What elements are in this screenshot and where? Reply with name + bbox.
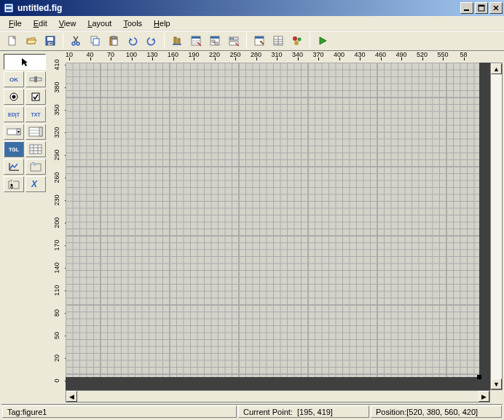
property-inspector-button[interactable]: [269, 32, 287, 49]
listbox-tool[interactable]: [25, 124, 46, 140]
ruler-tick: 460: [370, 51, 392, 58]
status-tag: Tag: figure1: [2, 405, 237, 418]
menu-edit[interactable]: Edit: [28, 17, 53, 29]
redo-button[interactable]: [143, 32, 160, 49]
svg-point-16: [76, 42, 79, 45]
canvas-area: 1040701001301601902202502803103403704004…: [48, 51, 503, 403]
svg-rect-1: [6, 5, 12, 7]
scroll-track[interactable]: [491, 74, 502, 379]
axes-tool[interactable]: [4, 159, 24, 175]
svg-rect-2: [6, 9, 12, 11]
ruler-tick: 160: [162, 51, 184, 58]
buttongroup-tool[interactable]: T: [4, 176, 24, 192]
scroll-left-button[interactable]: ◀: [66, 391, 77, 402]
ruler-tick: 380: [48, 84, 66, 91]
svg-point-45: [298, 38, 302, 41]
popupmenu-tool[interactable]: [4, 124, 24, 140]
run-button[interactable]: [314, 32, 331, 49]
close-button[interactable]: [489, 2, 503, 14]
toolbar: [0, 31, 504, 51]
svg-rect-58: [30, 145, 42, 154]
text-tool[interactable]: TXT: [25, 106, 46, 122]
ruler-tick: 250: [224, 51, 246, 58]
svg-rect-10: [47, 37, 53, 41]
activex-tool[interactable]: X: [25, 176, 46, 192]
select-tool[interactable]: [4, 54, 46, 70]
toolbar-separator: [164, 33, 165, 49]
ruler-tick: 190: [183, 51, 205, 58]
svg-rect-31: [212, 40, 215, 42]
toolbar-separator: [246, 33, 247, 49]
maximize-button[interactable]: [475, 2, 488, 14]
ruler-tick: 310: [266, 51, 288, 58]
design-canvas[interactable]: [66, 63, 490, 390]
svg-rect-0: [4, 4, 13, 12]
menu-tools[interactable]: Tools: [117, 17, 148, 29]
menu-file[interactable]: File: [3, 17, 28, 29]
scroll-up-button[interactable]: ▲: [491, 63, 502, 74]
save-button[interactable]: [42, 32, 59, 49]
ruler-tick: 400: [328, 51, 350, 58]
window-title: untitled.fig: [17, 3, 459, 13]
svg-rect-21: [112, 39, 117, 45]
scroll-down-button[interactable]: ▼: [491, 379, 502, 389]
editor-button[interactable]: [251, 32, 268, 49]
undo-button[interactable]: [124, 32, 141, 49]
svg-point-15: [72, 42, 75, 45]
ruler-tick: 200: [48, 219, 66, 226]
toolbar-separator: [310, 33, 310, 49]
ruler-tick: 340: [287, 51, 309, 58]
ruler-tick: 410: [48, 61, 66, 68]
scroll-right-button[interactable]: ▶: [479, 391, 489, 402]
open-button[interactable]: [23, 32, 40, 49]
menu-view[interactable]: View: [53, 17, 82, 29]
ruler-tick: 130: [141, 51, 163, 58]
radiobutton-tool[interactable]: [4, 89, 24, 105]
menu-help[interactable]: Help: [148, 17, 176, 29]
slider-tool[interactable]: [25, 71, 46, 87]
ruler-tick: 230: [48, 197, 66, 204]
resize-handle[interactable]: [477, 375, 481, 379]
svg-rect-34: [230, 38, 232, 39]
ruler-tick: 370: [307, 51, 329, 58]
tab-order-button[interactable]: [206, 32, 224, 49]
pushbutton-tool[interactable]: OK: [4, 71, 24, 87]
svg-text:X: X: [31, 179, 38, 189]
svg-text:Tp: Tp: [32, 162, 36, 166]
title-bar: untitled.fig: [0, 0, 504, 16]
svg-rect-57: [39, 127, 42, 136]
tool-panel: OK ED|T TXT TGL Tp T X: [1, 51, 48, 403]
ruler-tick: 260: [48, 174, 66, 181]
paste-button[interactable]: [105, 32, 122, 49]
status-position: Position: [520, 380, 560, 420]: [371, 405, 502, 418]
align-button[interactable]: [168, 32, 186, 49]
panel-tool[interactable]: Tp: [25, 159, 46, 175]
togglebutton-tool[interactable]: TGL: [4, 141, 24, 157]
object-browser-button[interactable]: [288, 32, 306, 49]
horizontal-scrollbar[interactable]: ◀ ▶: [66, 390, 490, 403]
ruler-tick: 20: [48, 354, 66, 362]
svg-point-71: [11, 184, 13, 186]
vertical-scrollbar[interactable]: ▲ ▼: [490, 63, 503, 390]
ruler-tick: 58: [453, 51, 475, 58]
table-tool[interactable]: [25, 141, 46, 157]
ruler-tick: 70: [100, 51, 122, 58]
menu-bar: File Edit View Layout Tools Help: [0, 16, 504, 31]
svg-rect-35: [232, 38, 234, 39]
menu-layout[interactable]: Layout: [82, 17, 117, 29]
copy-button[interactable]: [86, 32, 103, 49]
new-button[interactable]: [4, 32, 21, 49]
figure-object[interactable]: [66, 63, 479, 377]
svg-rect-48: [34, 76, 37, 82]
svg-point-46: [294, 41, 299, 45]
toolbar-editor-button[interactable]: [225, 32, 243, 49]
svg-rect-51: [32, 93, 39, 100]
menu-editor-button[interactable]: [187, 32, 205, 49]
edit-tool[interactable]: ED|T: [4, 106, 24, 122]
cut-button[interactable]: [67, 32, 84, 49]
ruler-tick: 0: [48, 377, 66, 384]
svg-rect-22: [174, 37, 176, 44]
minimize-button[interactable]: [460, 2, 473, 14]
svg-rect-32: [215, 42, 218, 44]
checkbox-tool[interactable]: [25, 89, 46, 105]
